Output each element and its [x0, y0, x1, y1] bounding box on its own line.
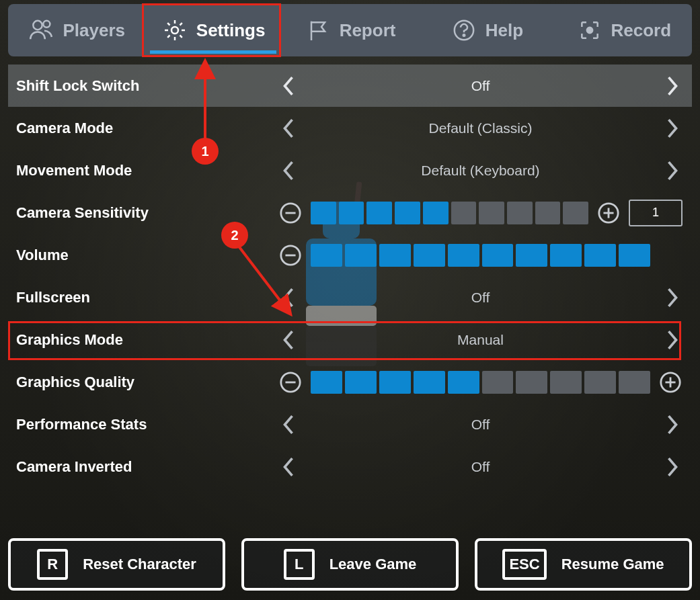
gear-icon	[161, 17, 188, 44]
tab-report[interactable]: Report	[282, 4, 418, 56]
row-label: Shift Lock Switch	[16, 77, 278, 95]
chevron-right-icon[interactable]	[662, 157, 683, 184]
resume-game-button[interactable]: ESC Resume Game	[475, 538, 692, 591]
footer-buttons: R Reset Character L Leave Game ESC Resum…	[8, 538, 692, 591]
record-icon	[576, 17, 603, 44]
chevron-left-icon[interactable]	[278, 327, 299, 353]
row-camera-sensitivity: Camera Sensitivity	[8, 191, 692, 234]
svg-point-1	[44, 21, 50, 28]
minus-button[interactable]	[278, 201, 303, 225]
annotation-step-2: 2	[221, 222, 248, 249]
reset-character-button[interactable]: R Reset Character	[8, 538, 225, 591]
row-camera-inverted: Camera Inverted Off	[8, 445, 692, 488]
tab-label: Report	[340, 20, 396, 41]
value-text: Off	[299, 78, 662, 94]
button-label: Reset Character	[83, 556, 196, 573]
plus-button[interactable]	[596, 201, 621, 225]
value-text: Default (Classic)	[299, 120, 662, 136]
chevron-left-icon[interactable]	[278, 115, 299, 142]
button-label: Leave Game	[329, 556, 417, 573]
sensitivity-slider[interactable]	[311, 202, 588, 224]
row-movement-mode: Movement Mode Default (Keyboard)	[8, 149, 692, 191]
players-icon	[28, 17, 54, 44]
keycap: R	[37, 549, 68, 580]
row-shift-lock: Shift Lock Switch Off	[8, 65, 692, 107]
value-text: Off	[299, 459, 662, 475]
minus-button[interactable]	[278, 370, 303, 394]
leave-game-button[interactable]: L Leave Game	[241, 538, 459, 591]
chevron-right-icon[interactable]	[662, 327, 683, 353]
row-label: Camera Inverted	[16, 458, 278, 476]
tab-help[interactable]: Help	[418, 4, 555, 56]
row-label: Volume	[16, 247, 278, 264]
tab-label: Record	[611, 20, 672, 41]
chevron-left-icon[interactable]	[278, 411, 299, 438]
annotation-step-1: 1	[192, 138, 219, 165]
row-volume: Volume	[8, 234, 692, 276]
row-label: Movement Mode	[16, 162, 278, 179]
row-graphics-quality: Graphics Quality	[8, 361, 692, 403]
chevron-right-icon[interactable]	[662, 454, 683, 480]
svg-point-5	[586, 28, 592, 33]
row-graphics-mode: Graphics Mode Manual	[8, 318, 692, 361]
flag-icon	[305, 17, 332, 44]
value-text: Manual	[299, 332, 662, 348]
tab-label: Settings	[196, 20, 266, 41]
settings-panel: Shift Lock Switch Off Camera Mode Defaul…	[8, 65, 692, 519]
row-label: Camera Mode	[16, 120, 278, 137]
row-performance-stats: Performance Stats Off	[8, 403, 692, 445]
value-text: Off	[299, 290, 662, 306]
sensitivity-input[interactable]	[629, 200, 683, 226]
tab-players[interactable]: Players	[8, 4, 145, 56]
button-label: Resume Game	[561, 556, 664, 573]
row-label: Graphics Quality	[16, 374, 278, 391]
chevron-left-icon[interactable]	[278, 454, 299, 480]
chevron-right-icon[interactable]	[662, 284, 683, 311]
row-label: Graphics Mode	[16, 331, 278, 349]
minus-button[interactable]	[278, 243, 303, 267]
chevron-right-icon[interactable]	[662, 73, 683, 99]
keycap: ESC	[502, 549, 546, 580]
keycap: L	[284, 549, 315, 580]
chevron-right-icon[interactable]	[662, 411, 683, 438]
chevron-left-icon[interactable]	[278, 284, 299, 311]
volume-slider[interactable]	[311, 244, 650, 267]
svg-point-4	[463, 34, 465, 36]
value-text: Default (Keyboard)	[299, 163, 662, 179]
tab-label: Players	[63, 20, 125, 41]
value-text: Off	[299, 417, 662, 433]
tab-settings[interactable]: Settings	[145, 4, 281, 56]
row-label: Performance Stats	[16, 416, 278, 433]
quality-slider[interactable]	[311, 371, 650, 394]
svg-point-2	[171, 27, 178, 34]
menu-tabbar: Players Settings Report Help	[8, 4, 692, 56]
tab-label: Help	[485, 20, 523, 41]
row-camera-mode: Camera Mode Default (Classic)	[8, 107, 692, 149]
chevron-left-icon[interactable]	[278, 157, 299, 184]
plus-button[interactable]	[658, 370, 683, 394]
row-fullscreen: Fullscreen Off	[8, 276, 692, 318]
row-label: Camera Sensitivity	[16, 204, 278, 222]
tab-record[interactable]: Record	[555, 4, 692, 56]
chevron-left-icon[interactable]	[278, 73, 299, 99]
svg-point-0	[34, 21, 42, 30]
row-label: Fullscreen	[16, 289, 278, 306]
help-icon	[451, 17, 477, 44]
chevron-right-icon[interactable]	[662, 115, 683, 142]
